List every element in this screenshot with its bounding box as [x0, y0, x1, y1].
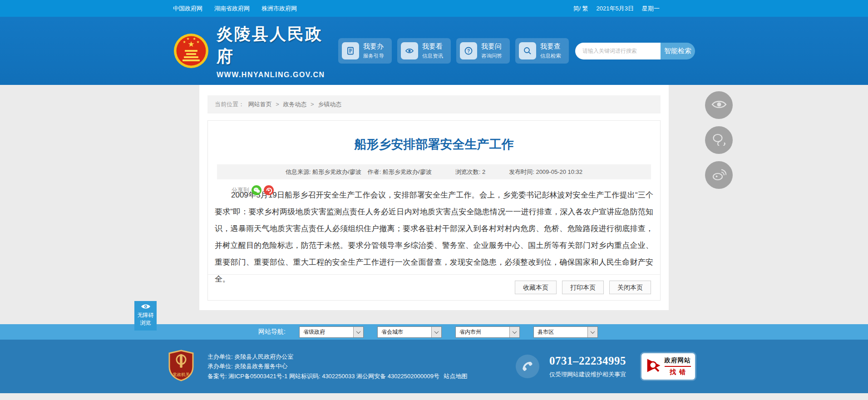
select-value: 省级政府	[300, 328, 353, 336]
meta-views-value: 2	[482, 168, 485, 175]
article-title: 船形乡安排部署安全生产工作	[208, 136, 660, 153]
svg-text:★: ★	[186, 37, 189, 41]
meta-publish-label: 发布时间:	[509, 168, 534, 175]
breadcrumb-label: 当前位置：	[215, 101, 244, 108]
service-button-ask[interactable]: ? 我要问 咨询问答	[456, 38, 510, 64]
question-icon: ?	[460, 42, 477, 59]
site-header: ★ ★ ★ ★ ★ 炎陵县人民政府 WWW.HNYANLING.GOV.CN	[0, 17, 868, 85]
contact-phone-note: 仅受理网站建设维护相关事宜	[549, 370, 626, 379]
side-toolbar	[705, 91, 733, 189]
meta-source-label: 信息来源:	[286, 168, 311, 175]
national-emblem-logo: ★ ★ ★ ★ ★	[173, 33, 209, 69]
magnifier-icon	[519, 42, 536, 59]
share-label: 分享到	[232, 186, 249, 194]
select-capital-cities[interactable]: 省会城市	[377, 326, 442, 338]
meta-author-value: 船形乡党政办/廖波	[383, 168, 432, 175]
lang-toggle[interactable]: 简/ 繁	[573, 5, 588, 13]
svg-text:★: ★	[187, 40, 194, 49]
svg-text:★: ★	[196, 40, 199, 44]
site-search: 智能检索	[575, 43, 695, 59]
chevron-down-icon	[353, 327, 363, 337]
service-button-search[interactable]: 我要查 信息检索	[515, 38, 569, 64]
content-panel: 当前位置： 网站首页 > 政务动态 > 乡镇动态 船形乡安排部署安全生产工作 信…	[199, 85, 669, 310]
site-name[interactable]: 炎陵县人民政府	[217, 23, 338, 68]
chevron-down-icon	[587, 327, 597, 337]
meta-views-label: 浏览次数:	[455, 168, 481, 175]
service-subtitle: 信息检索	[540, 53, 561, 59]
service-title: 我要办	[363, 42, 384, 51]
service-button-apply[interactable]: 我要办 服务引导	[338, 38, 392, 64]
svg-text:★: ★	[192, 37, 196, 41]
weibo-icon	[712, 168, 726, 183]
link-hunan-gov[interactable]: 湖南省政府网	[214, 5, 250, 13]
accessibility-label-line1: 无障碍	[134, 312, 157, 319]
sitemap-link[interactable]: 站点地图	[444, 373, 468, 380]
breadcrumb-news[interactable]: 政务动态	[283, 101, 306, 108]
organizer-value: 炎陵县政务服务中心	[234, 363, 287, 370]
share-more-icon[interactable]	[264, 185, 274, 195]
sitenav-label: 网站导航:	[258, 328, 286, 336]
breadcrumb-separator: >	[311, 101, 314, 108]
breadcrumb-home[interactable]: 网站首页	[248, 101, 272, 108]
weibo-tool-button[interactable]	[705, 161, 733, 189]
page: { "colors": { "topbar_bg": "#0a90d8", "h…	[0, 0, 868, 400]
current-weekday: 星期一	[642, 5, 660, 13]
host-value: 炎陵县人民政府办公室	[234, 353, 293, 360]
contact-phone-number: 0731–22234995	[549, 355, 626, 367]
eye-icon	[401, 42, 418, 59]
service-title: 我要查	[540, 42, 561, 51]
footer: 党政机关 主办单位: 炎陵县人民政府办公室 承办单位: 炎陵县政务服务中心 备案…	[0, 340, 868, 393]
icp-record-label: 备案号:	[207, 373, 227, 380]
select-province-cities[interactable]: 省内市州	[455, 326, 520, 338]
service-subtitle: 服务引导	[363, 53, 384, 59]
chevron-down-icon	[509, 327, 519, 337]
select-value: 省会城市	[378, 328, 431, 336]
sitenav-bar: 网站导航: 省级政府 省会城市 省内市州 县市区	[0, 324, 868, 340]
wechat-tool-button[interactable]	[705, 126, 733, 154]
footer-info: 主办单位: 炎陵县人民政府办公室 承办单位: 炎陵县政务服务中心 备案号: 湘I…	[207, 352, 468, 381]
select-county-districts[interactable]: 县市区	[533, 326, 598, 338]
quick-service-buttons: 我要办 服务引导 我要看 信息资讯	[338, 38, 569, 64]
topbar: 中国政府网 湖南省政府网 株洲市政府网 简/ 繁 2021年5月3日 星期一	[0, 0, 868, 17]
phone-icon	[516, 355, 539, 378]
form-icon	[342, 42, 359, 59]
meta-publish-value: 2009-05-20 10:32	[536, 168, 582, 175]
link-zhuzhou-gov[interactable]: 株洲市政府网	[261, 5, 297, 13]
svg-text:党政机关: 党政机关	[173, 372, 190, 377]
breadcrumb-separator: >	[276, 101, 279, 108]
meta-source-value: 船形乡党政办/廖波	[312, 168, 361, 175]
share-bar: 分享到	[232, 185, 660, 196]
view-tool-button[interactable]	[705, 91, 733, 119]
error-badge-line1: 政府网站	[665, 356, 691, 367]
party-gov-badge-icon[interactable]: 党政机关	[167, 350, 196, 383]
service-title: 我要问	[481, 42, 502, 51]
breadcrumb-township[interactable]: 乡镇动态	[318, 101, 341, 108]
select-provincial-gov[interactable]: 省级政府	[299, 326, 364, 338]
accessibility-eye-icon	[141, 305, 151, 311]
search-input[interactable]	[575, 43, 661, 59]
view-icon	[711, 99, 727, 111]
gov-site-error-report-badge[interactable]: 政府网站 找错	[641, 353, 695, 380]
footer-contact: 0731–22234995 仅受理网站建设维护相关事宜	[516, 355, 626, 379]
accessibility-label-line2: 浏览	[134, 320, 157, 326]
wechat-icon	[712, 133, 726, 148]
article-meta-bar: 信息来源: 船形乡党政办/廖波 作者: 船形乡党政办/廖波 浏览次数: 2 发布…	[217, 164, 651, 179]
article-box: 船形乡安排部署安全生产工作 信息来源: 船形乡党政办/廖波 作者: 船形乡党政办…	[207, 120, 661, 301]
article-body: 2009年5月19日船形乡召开安全生产工作会议，安排部署安全生产工作。会上，乡党…	[208, 187, 660, 287]
meta-author-label: 作者:	[368, 168, 381, 175]
icp-record-value: 湘ICP备05003421号-1 网站标识码: 4302250033 湘公网安备…	[228, 373, 439, 380]
chevron-down-icon	[431, 327, 441, 337]
site-url: WWW.HNYANLING.GOV.CN	[217, 71, 338, 79]
select-value: 县市区	[534, 328, 587, 336]
svg-text:★: ★	[182, 40, 186, 44]
service-subtitle: 信息资讯	[422, 53, 443, 59]
accessibility-browse-button[interactable]: 无障碍 浏览	[134, 301, 157, 331]
wechat-share-icon[interactable]	[252, 185, 261, 195]
error-badge-line2: 找错	[665, 368, 691, 376]
host-label: 主办单位:	[207, 353, 233, 360]
smart-search-button[interactable]: 智能检索	[661, 43, 695, 59]
organizer-label: 承办单位:	[207, 363, 233, 370]
link-china-gov[interactable]: 中国政府网	[173, 5, 202, 13]
service-button-view[interactable]: 我要看 信息资讯	[397, 38, 451, 64]
service-subtitle: 咨询问答	[481, 53, 502, 59]
